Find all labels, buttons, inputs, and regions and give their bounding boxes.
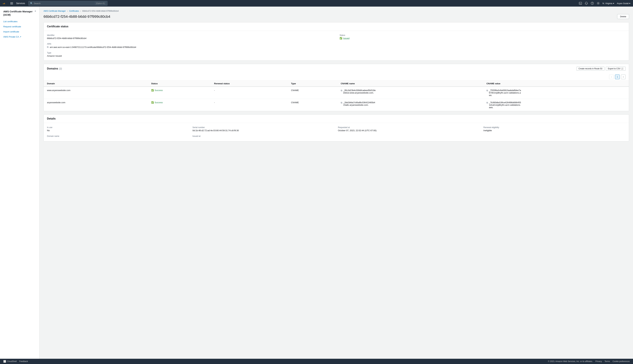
domain-1: www.aryanswebsite.com — [44, 86, 148, 99]
search-shortcut-badge: [Option+S] — [95, 2, 106, 4]
cookie-preferences-link[interactable]: Cookie preferences — [612, 360, 630, 362]
type-2: CNAME — [288, 99, 337, 111]
footer-left: ⬜ CloudShell Feedback — [3, 360, 28, 363]
footer: ⬜ CloudShell Feedback © 2023, Amazon Web… — [0, 359, 633, 364]
sidebar-nav: List certificates Request certificate Im… — [0, 19, 39, 39]
renewal-eligibility-value: Ineligible — [484, 129, 626, 132]
status-value: ✅ Issued — [340, 37, 625, 40]
terms-link[interactable]: Terms — [604, 360, 610, 362]
breadcrumb: AWS Certificate Manager › Certificates ›… — [44, 10, 629, 12]
pagination-prev-button[interactable]: ‹ — [609, 74, 614, 79]
domains-pagination: ‹ 1 › — [44, 73, 629, 80]
sidebar-item-list-certificates[interactable]: List certificates — [0, 19, 39, 24]
help-icon-btn[interactable] — [591, 2, 594, 5]
renewal-status-1: - — [211, 86, 288, 99]
renewal-status-2: - — [211, 99, 288, 111]
terminal-footer-icon: ⬜ — [3, 360, 6, 363]
terminal-icon — [579, 2, 582, 5]
pagination-next-button[interactable]: › — [621, 74, 625, 79]
copy-cname-name-1-icon[interactable]: ⧉ — [341, 89, 342, 92]
col-domain: Domain — [44, 81, 148, 87]
create-records-route53-button[interactable]: Create records in Route 53 — [576, 67, 604, 71]
search-icon: 🔍 — [30, 2, 33, 4]
sidebar-item-import-certificate[interactable]: Import certificate — [0, 29, 39, 34]
cname-value-1: ⧉ _7555f8a3c8a9361faabdafbfee7a6708.knjd… — [483, 86, 629, 99]
aws-logo-icon: aws — [3, 2, 8, 5]
in-use-field: In use No — [47, 126, 189, 132]
export-icon: ⬜ — [621, 68, 623, 70]
copy-cname-value-1-icon[interactable]: ⧉ — [487, 89, 488, 92]
issued-at-field: Issued at — [192, 135, 335, 138]
cloudshell-link[interactable]: ⬜ CloudShell — [3, 360, 17, 363]
export-csv-button[interactable]: Export to CSV ⬜ — [606, 67, 625, 71]
sidebar-header: AWS Certificate Manager (ACM) × — [0, 10, 39, 19]
user-menu[interactable]: Aryan Gulati ▾ — [617, 2, 630, 4]
bell-icon — [585, 2, 588, 5]
arn-field: ARN ⧉ arn:aws:acm:us-east-1:049072111173… — [47, 43, 625, 48]
domains-table-body: www.aryanswebsite.com ✅ Success - CNAME … — [44, 86, 629, 111]
main-content: AWS Certificate Manager › Certificates ›… — [40, 6, 633, 359]
help-icon — [591, 2, 594, 5]
in-use-value: No — [47, 129, 189, 132]
issued-check-icon: ✅ — [340, 37, 342, 40]
terminal-icon-btn[interactable] — [579, 2, 582, 5]
arn-value: arn:aws:acm:us-east-1:049072111173:certi… — [50, 46, 136, 48]
table-row: aryanswebsite.com ✅ Success - CNAME ⧉ — [44, 99, 629, 111]
type-field: Type Amazon Issued — [47, 52, 333, 57]
details-body: In use No Serial number 0d:1b:48:d2:72:a… — [44, 123, 629, 141]
domains-table-head: Domain Status Renewal status Type CNAME … — [44, 81, 629, 87]
col-status: Status — [148, 81, 211, 87]
identifier-field: Identifier 66b6cd72-f254-4b88-b6dd-97f99… — [47, 34, 333, 40]
serial-number-value: 0d:1b:48:d2:72:ad:4e:03:80:44:59:31:74:c… — [192, 129, 335, 132]
search-bar: 🔍 [Option+S] — [28, 1, 107, 6]
svg-point-3 — [592, 4, 592, 4]
notifications-icon-btn[interactable] — [585, 2, 588, 5]
domains-actions: Create records in Route 53 Export to CSV… — [576, 67, 625, 71]
sidebar-title: AWS Certificate Manager (ACM) — [3, 10, 35, 16]
sidebar-item-aws-private-ca[interactable]: AWS Private CA ↗ — [0, 34, 39, 39]
breadcrumb-current: 66b6cd72-f254-4b88-b6dd-97f999c80cb4 — [82, 10, 119, 12]
gear-icon — [596, 2, 600, 5]
breadcrumb-certificates[interactable]: Certificates — [69, 10, 79, 12]
services-nav-item[interactable]: Services — [15, 1, 26, 5]
col-cname-name: CNAME name — [337, 81, 483, 87]
status-grid: Identifier 66b6cd72-f254-4b88-b6dd-97f99… — [47, 34, 625, 57]
details-grid: In use No Serial number 0d:1b:48:d2:72:a… — [47, 126, 625, 138]
certificate-status-card: Certificate status Identifier 66b6cd72-f… — [44, 22, 629, 60]
sidebar-close-button[interactable]: × — [35, 10, 36, 12]
search-input[interactable] — [34, 2, 94, 4]
footer-right: © 2023, Amazon Web Services, Inc. or its… — [548, 360, 630, 362]
main-layout: AWS Certificate Manager (ACM) × List cer… — [0, 6, 633, 359]
region-selector[interactable]: N. Virginia ▾ — [602, 2, 614, 4]
col-cname-value: CNAME value — [483, 81, 629, 87]
cname-name-2: ⧉ _2bb2bfda7c66af8c036422465b415a8c.arya… — [337, 99, 483, 111]
copy-cname-value-2-icon[interactable]: ⧉ — [487, 102, 488, 104]
cname-name-1: ⧉ _95c3d23b4c008dfcadeed5b518ed3d1d.www.… — [337, 86, 483, 99]
feedback-link[interactable]: Feedback — [19, 360, 28, 362]
arn-row: ⧉ arn:aws:acm:us-east-1:049072111173:cer… — [47, 46, 625, 48]
domains-title: Domains (2) — [47, 67, 62, 70]
col-renewal-status: Renewal status — [211, 81, 288, 87]
col-type: Type — [288, 81, 337, 87]
domain-2: aryanswebsite.com — [44, 99, 148, 111]
type-value: Amazon Issued — [47, 55, 333, 57]
pagination-page-1-button[interactable]: 1 — [615, 74, 620, 79]
breadcrumb-acm[interactable]: AWS Certificate Manager — [44, 10, 66, 12]
type-1: CNAME — [288, 86, 337, 99]
privacy-link[interactable]: Privacy — [595, 360, 602, 362]
settings-icon-btn[interactable] — [596, 2, 600, 5]
nav-grid-icon — [11, 2, 13, 4]
sidebar-item-request-certificate[interactable]: Request certificate — [0, 24, 39, 29]
status-field: Status ✅ Issued — [340, 34, 625, 40]
copyright-text: © 2023, Amazon Web Services, Inc. or its… — [548, 360, 593, 362]
certificate-status-header: Certificate status — [44, 22, 629, 31]
svg-point-4 — [598, 3, 599, 4]
cname-value-2: ⧉ _7b360dbd19fce4264f86d686455 1d1a5.knj… — [483, 99, 629, 111]
copy-cname-name-2-icon[interactable]: ⧉ — [341, 102, 342, 104]
copy-arn-icon[interactable]: ⧉ — [47, 46, 49, 48]
delete-button[interactable]: Delete — [617, 14, 629, 19]
page-header: 66b6cd72-f254-4b88-b6dd-97f999c80cb4 Del… — [44, 14, 629, 19]
svg-text:aws: aws — [3, 3, 5, 4]
identifier-value: 66b6cd72-f254-4b88-b6dd-97f999c80cb4 — [47, 37, 333, 40]
success-check-icon-2: ✅ — [151, 101, 154, 104]
